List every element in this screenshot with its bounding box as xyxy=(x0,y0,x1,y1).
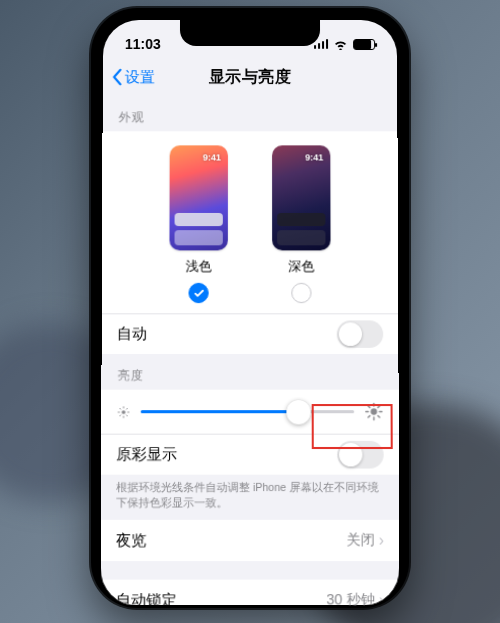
auto-lock-label: 自动锁定 xyxy=(116,591,177,606)
svg-line-15 xyxy=(378,416,380,418)
status-time: 11:03 xyxy=(125,36,161,52)
chevron-right-icon: › xyxy=(379,532,384,551)
true-tone-switch[interactable] xyxy=(337,441,384,469)
svg-line-7 xyxy=(120,415,121,416)
dark-mode-thumbnail: 9:41 xyxy=(272,145,330,250)
svg-point-0 xyxy=(122,410,126,414)
light-mode-radio[interactable] xyxy=(188,283,208,303)
appearance-option-dark[interactable]: 9:41 深色 xyxy=(272,145,331,303)
true-tone-description: 根据环境光线条件自动调整 iPhone 屏幕以在不同环境下保持色彩显示一致。 xyxy=(101,475,399,521)
thumbnail-clock: 9:41 xyxy=(305,152,323,162)
auto-lock-row[interactable]: 自动锁定 30 秒钟 › xyxy=(100,580,399,605)
appearance-section-label: 外观 xyxy=(103,96,398,131)
auto-appearance-row[interactable]: 自动 xyxy=(102,313,399,354)
notch xyxy=(180,20,320,46)
auto-appearance-switch[interactable] xyxy=(337,320,384,347)
night-shift-row[interactable]: 夜览 关闭 › xyxy=(101,520,400,561)
nav-bar: 设置 显示与亮度 xyxy=(103,58,398,96)
svg-line-6 xyxy=(127,415,128,416)
true-tone-row[interactable]: 原彩显示 xyxy=(101,434,399,475)
dark-mode-radio[interactable] xyxy=(291,283,311,303)
wifi-icon xyxy=(333,38,348,49)
checkmark-icon xyxy=(193,287,204,298)
page-title: 显示与亮度 xyxy=(209,67,292,88)
svg-line-8 xyxy=(127,408,128,409)
dark-mode-label: 深色 xyxy=(288,257,314,275)
sun-min-icon xyxy=(116,405,130,419)
svg-line-16 xyxy=(368,416,370,418)
svg-line-17 xyxy=(378,406,380,408)
appearance-picker: 9:41 浅色 9:41 深色 xyxy=(102,131,399,313)
auto-appearance-label: 自动 xyxy=(117,324,147,343)
brightness-slider-row xyxy=(101,390,399,434)
appearance-option-light[interactable]: 9:41 浅色 xyxy=(169,145,228,303)
thumbnail-clock: 9:41 xyxy=(203,152,221,162)
svg-point-9 xyxy=(371,408,377,414)
back-label: 设置 xyxy=(125,68,155,87)
back-button[interactable]: 设置 xyxy=(111,68,155,87)
screen: 11:03 设置 显示与亮度 外观 9:41 xyxy=(100,20,399,605)
auto-lock-value: 30 秒钟 xyxy=(326,591,374,605)
content-scroll[interactable]: 外观 9:41 浅色 9:41 xyxy=(100,96,399,605)
brightness-slider[interactable] xyxy=(141,410,354,413)
night-shift-label: 夜览 xyxy=(116,531,147,551)
chevron-left-icon xyxy=(111,68,123,86)
sun-max-icon xyxy=(364,402,383,421)
svg-line-14 xyxy=(368,406,370,408)
status-indicators xyxy=(314,38,376,49)
phone-frame: 11:03 设置 显示与亮度 外观 9:41 xyxy=(91,8,409,608)
battery-icon xyxy=(353,38,375,49)
brightness-section-label: 亮度 xyxy=(101,354,398,390)
svg-line-5 xyxy=(120,408,121,409)
light-mode-thumbnail: 9:41 xyxy=(169,145,227,250)
light-mode-label: 浅色 xyxy=(186,257,212,275)
true-tone-label: 原彩显示 xyxy=(116,445,177,464)
night-shift-value: 关闭 xyxy=(346,532,374,551)
brightness-slider-knob[interactable] xyxy=(287,399,311,424)
